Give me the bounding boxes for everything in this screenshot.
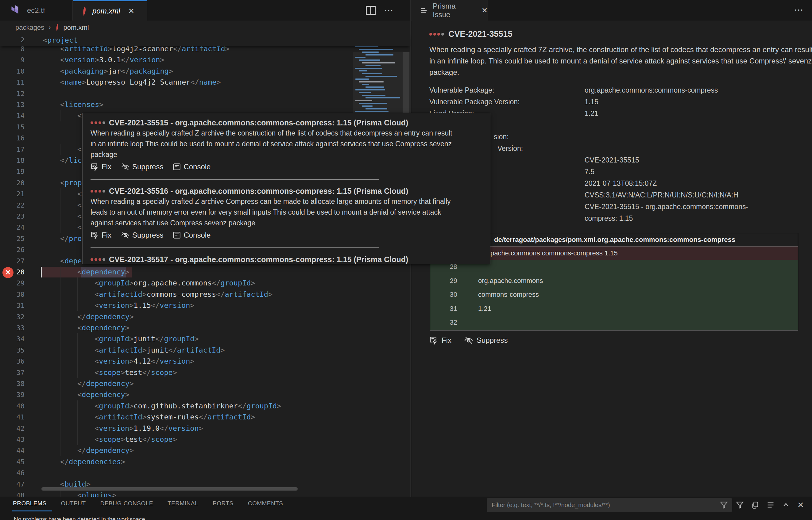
tab-ec2-tf[interactable]: ec2.tf [0, 0, 73, 21]
panel-tab-debug-console[interactable]: DEBUG CONSOLE [100, 500, 153, 509]
code-line[interactable]: 38</dependency> [0, 378, 410, 389]
vertical-scrollbar[interactable] [403, 52, 409, 113]
code-line[interactable]: 31<version>1.15</version> [0, 300, 410, 311]
fix-button[interactable]: Fix [429, 336, 451, 345]
issue-title: CVE-2021-35515 [429, 29, 513, 39]
line-number: 31 [0, 300, 25, 311]
diff-line-text: 1.21 [478, 302, 491, 315]
line-number: 39 [0, 389, 25, 400]
detail-value: 1.15 [585, 96, 598, 108]
tab-prisma-issue[interactable]: Prisma Issue ✕ [411, 0, 488, 21]
code-line[interactable]: 32</dependency> [0, 311, 410, 322]
line-number: 10 [0, 66, 25, 77]
tab-pom-xml[interactable]: pom.xml ✕ [73, 0, 147, 21]
filter-input[interactable] [491, 501, 720, 509]
tab-label: Prisma Issue [433, 2, 473, 19]
right-tab-bar: Prisma Issue ✕ ⋯ [411, 0, 812, 21]
severity-dots-icon [429, 33, 444, 35]
code-line[interactable]: 43<scope>test</scope> [0, 434, 410, 445]
diff-line-number: 30 [430, 288, 457, 302]
line-number: 41 [0, 412, 25, 423]
minimap-slider[interactable] [353, 52, 410, 113]
line-number: 17 [0, 144, 25, 155]
close-panel-icon[interactable]: ✕ [797, 500, 804, 510]
panel-tab-comments[interactable]: COMMENTS [248, 500, 283, 509]
fix-icon [91, 231, 99, 239]
severity-dots-icon [91, 258, 105, 261]
breadcrumb-folder[interactable]: packages [15, 24, 44, 32]
code-line[interactable]: 29<groupId>org.apache.commons</groupId> [0, 278, 410, 289]
chevron-up-icon[interactable] [782, 501, 790, 509]
detail-label: Vulnerable Package: [429, 86, 494, 94]
breadcrumb[interactable]: packages › pom.xml [0, 21, 410, 34]
terraform-icon [11, 5, 22, 16]
more-actions-icon[interactable]: ⋯ [794, 4, 804, 15]
issue-detail-values: CVE-2021-355157.52021-07-13T08:15:07ZCVS… [585, 154, 769, 224]
code-line[interactable]: 10<packaging>jar</packaging> [0, 66, 410, 77]
minimap-bar [359, 49, 393, 50]
tooltip-issue-title: CVE-2021-35517 - org.apache.commons:comm… [91, 254, 482, 264]
code-line[interactable]: 13<licenses> [0, 99, 410, 110]
line-number: 25 [0, 233, 25, 244]
code-line[interactable]: 12 [0, 88, 410, 99]
filter-funnel-icon[interactable] [720, 501, 728, 509]
code-line[interactable]: 40<groupId>com.github.stefanbirkner</gro… [0, 400, 410, 412]
code-line[interactable]: 44</dependency> [0, 445, 410, 456]
fix-button[interactable]: Fix [91, 231, 112, 239]
horizontal-scrollbar[interactable] [42, 487, 298, 491]
console-icon [172, 162, 181, 171]
breadcrumb-file[interactable]: pom.xml [64, 24, 89, 32]
menu-lines-icon[interactable] [767, 501, 774, 509]
code-line[interactable]: 39<dependency> [0, 389, 410, 400]
maven-icon [55, 24, 59, 31]
panel-tab-output[interactable]: OUTPUT [61, 500, 86, 509]
code-line[interactable]: 34<groupId>junit</groupId> [0, 333, 410, 345]
close-icon[interactable]: ✕ [482, 6, 488, 15]
panel-tab-problems[interactable]: PROBLEMS [13, 500, 47, 509]
console-button[interactable]: Console [172, 231, 211, 239]
problems-filter[interactable] [487, 498, 732, 512]
suppress-button[interactable]: Suppress [121, 162, 163, 171]
diff-line-number: 29 [430, 274, 457, 288]
detail-row: Vulnerable Package:org.apache.commons:co… [429, 84, 797, 96]
code-line[interactable]: 33<dependency> [0, 322, 410, 334]
problems-status-text: No problems have been detected in the wo… [14, 516, 145, 520]
code-line[interactable]: 36<version>4.12</version> [0, 356, 410, 367]
console-button[interactable]: Console [172, 162, 211, 171]
filter-icon[interactable] [736, 501, 744, 509]
sticky-scroll-line[interactable]: 2 <project [0, 34, 410, 46]
code-line[interactable]: 46 [0, 467, 410, 478]
code-line[interactable]: 30<artifactId>commons-compress</artifact… [0, 289, 410, 300]
code-line[interactable]: 28<dependency> [0, 266, 410, 278]
severity-dots-icon [91, 122, 105, 124]
panel-tab-ports[interactable]: PORTS [213, 500, 233, 509]
bottom-panel: PROBLEMSOUTPUTDEBUG CONSOLETERMINALPORTS… [0, 497, 812, 520]
sticky-code: <project [43, 34, 78, 46]
suppress-button[interactable]: Suppress [464, 336, 508, 345]
code-line[interactable]: 37<scope>test</scope> [0, 367, 410, 378]
line-number: 16 [0, 132, 25, 144]
tooltip-issue-title: CVE-2021-35515 - org.apache.commons:comm… [91, 118, 482, 128]
copy-icon[interactable] [751, 501, 759, 509]
code-line[interactable]: 11<name>Logpresso Log4j2 Scanner</name> [0, 77, 410, 88]
code-line[interactable]: 45</dependencies> [0, 456, 410, 468]
line-number: 34 [0, 333, 25, 345]
line-number: 32 [0, 311, 25, 322]
fix-button[interactable]: Fix [91, 162, 112, 171]
editor-tab-bar: ec2.tf pom.xml ✕ [0, 0, 410, 21]
detail-value: org.apache.commons:commons-compress [585, 84, 718, 96]
code-line[interactable]: 42<version>1.19.0</version> [0, 423, 410, 434]
tooltip-actions: FixSuppressConsole [91, 161, 482, 173]
panel-tab-terminal[interactable]: TERMINAL [168, 500, 198, 509]
eye-off-icon [121, 162, 130, 171]
tooltip-actions: FixSuppressConsole [91, 229, 482, 241]
suppress-button[interactable]: Suppress [121, 231, 163, 239]
minimap-bar [355, 46, 378, 47]
line-number: 26 [0, 244, 25, 255]
code-line[interactable]: 41<artifactId>system-rules</artifactId> [0, 412, 410, 423]
line-number: 38 [0, 378, 25, 389]
close-icon[interactable]: ✕ [128, 7, 134, 15]
line-number: 36 [0, 356, 25, 367]
code-line[interactable]: 9<version>3.0.1</version> [0, 54, 410, 66]
code-line[interactable]: 35<artifactId>junit</artifactId> [0, 345, 410, 356]
